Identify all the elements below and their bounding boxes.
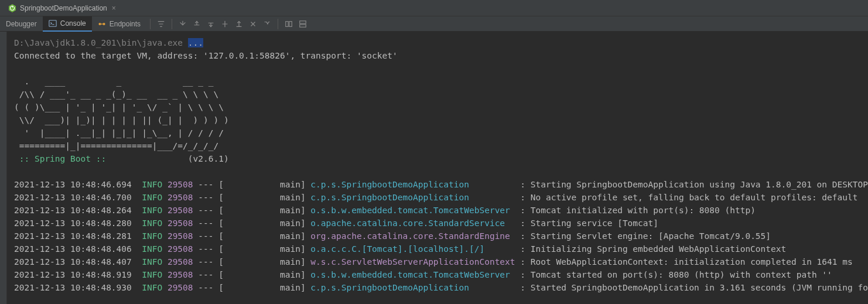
svg-rect-3 bbox=[286, 21, 288, 26]
filter-icon[interactable] bbox=[155, 18, 167, 30]
run-config-tab-bar: SpringbootDemoApplication × bbox=[0, 0, 868, 16]
left-gutter bbox=[0, 32, 7, 304]
layout-icon-2[interactable] bbox=[297, 18, 309, 30]
svg-rect-0 bbox=[49, 20, 56, 26]
tab-endpoints[interactable]: Endpoints bbox=[92, 16, 146, 32]
console-output[interactable]: D:\Java\jdk1.8.0_201\bin\java.exe ... Co… bbox=[7, 32, 868, 304]
tab-console-label: Console bbox=[60, 19, 86, 28]
step-icon-3[interactable] bbox=[205, 18, 217, 30]
step-icon-4[interactable] bbox=[219, 18, 231, 30]
step-icon-2[interactable] bbox=[191, 18, 203, 30]
svg-rect-5 bbox=[300, 21, 306, 23]
tab-console[interactable]: Console bbox=[43, 16, 92, 32]
separator bbox=[150, 19, 151, 29]
svg-point-1 bbox=[98, 22, 101, 25]
run-config-title: SpringbootDemoApplication bbox=[20, 4, 107, 12]
spring-boot-icon bbox=[8, 4, 16, 12]
step-icon-1[interactable] bbox=[177, 18, 189, 30]
svg-point-2 bbox=[102, 22, 105, 25]
console-icon bbox=[49, 19, 57, 28]
layout-icon-1[interactable] bbox=[283, 18, 295, 30]
tab-debugger-label: Debugger bbox=[6, 20, 37, 28]
separator bbox=[278, 19, 278, 29]
close-tab-icon[interactable]: × bbox=[112, 4, 116, 12]
tab-debugger[interactable]: Debugger bbox=[0, 16, 43, 32]
svg-rect-6 bbox=[300, 24, 306, 26]
tab-endpoints-label: Endpoints bbox=[110, 20, 141, 28]
tool-tab-bar: Debugger Console Endpoints bbox=[0, 16, 868, 32]
run-config-tab[interactable]: SpringbootDemoApplication × bbox=[4, 0, 121, 16]
step-icon-7[interactable] bbox=[261, 18, 273, 30]
endpoints-icon bbox=[98, 20, 106, 28]
separator bbox=[172, 19, 172, 29]
step-icon-5[interactable] bbox=[233, 18, 245, 30]
step-icon-6[interactable] bbox=[247, 18, 259, 30]
svg-rect-4 bbox=[289, 21, 292, 26]
